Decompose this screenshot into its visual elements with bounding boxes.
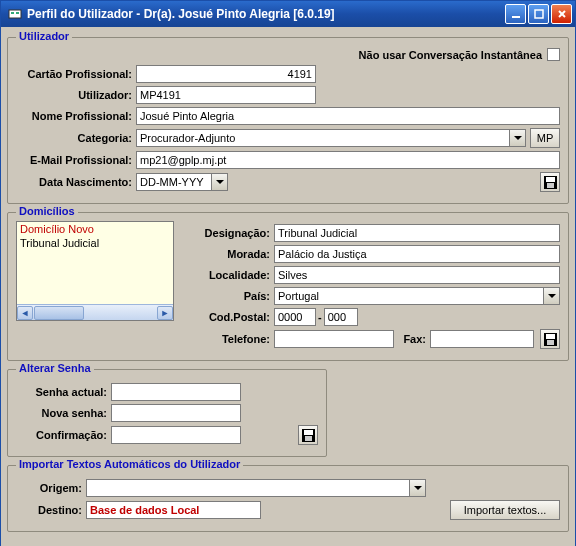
data-nasc-label: Data Nascimento: [16, 176, 136, 188]
localidade-input[interactable]: Silves [274, 266, 560, 284]
svg-rect-3 [512, 16, 520, 18]
group-importar-legend: Importar Textos Automáticos do Utilizado… [16, 458, 243, 470]
scroll-right-icon[interactable]: ► [157, 306, 173, 320]
origem-combo[interactable] [86, 479, 426, 497]
nome-label: Nome Profissional: [16, 110, 136, 122]
pais-combo[interactable]: Portugal [274, 287, 560, 305]
importar-button[interactable]: Importar textos... [450, 500, 560, 520]
instant-msg-label: Não usar Conversação Instantânea [359, 49, 542, 61]
morada-input[interactable]: Palácio da Justiça [274, 245, 560, 263]
chevron-down-icon[interactable] [211, 174, 227, 190]
chevron-down-icon[interactable] [409, 480, 425, 496]
telefone-label: Telefone: [184, 333, 274, 345]
window-titlebar: Perfil do Utilizador - Dr(a). Josué Pint… [1, 1, 575, 27]
group-senha: Alterar Senha Senha actual: Nova senha: … [7, 369, 327, 457]
utilizador-label: Utilizador: [16, 89, 136, 101]
designacao-input[interactable]: Tribunal Judicial [274, 224, 560, 242]
save-domicilio-button[interactable] [540, 329, 560, 349]
utilizador-input[interactable]: MP4191 [136, 86, 316, 104]
list-item[interactable]: Tribunal Judicial [17, 236, 173, 250]
email-label: E-Mail Profissional: [16, 154, 136, 166]
codpostal-label: Cod.Postal: [184, 311, 274, 323]
cartao-label: Cartão Profissional: [16, 68, 136, 80]
group-utilizador: Utilizador Não usar Conversação Instantâ… [7, 37, 569, 204]
svg-rect-1 [11, 12, 14, 14]
destino-value: Base de dados Local [86, 501, 261, 519]
chevron-down-icon[interactable] [509, 130, 525, 146]
fax-input[interactable] [430, 330, 534, 348]
designacao-label: Designação: [184, 227, 274, 239]
localidade-label: Localidade: [184, 269, 274, 281]
app-icon [7, 6, 23, 22]
nova-senha-input[interactable] [111, 404, 241, 422]
close-button[interactable] [551, 4, 572, 24]
save-icon [544, 333, 557, 346]
list-item-new[interactable]: Domicílio Novo [17, 222, 173, 236]
cartao-input[interactable]: 4191 [136, 65, 316, 83]
scroll-left-icon[interactable]: ◄ [17, 306, 33, 320]
instant-msg-checkbox[interactable] [547, 48, 560, 61]
nome-input[interactable]: Josué Pinto Alegria [136, 107, 560, 125]
senha-actual-input[interactable] [111, 383, 241, 401]
save-utilizador-button[interactable] [540, 172, 560, 192]
svg-rect-0 [9, 10, 21, 18]
data-nasc-combo[interactable]: DD-MM-YYY [136, 173, 228, 191]
senha-actual-label: Senha actual: [16, 386, 111, 398]
save-icon [302, 429, 315, 442]
group-domicilios-legend: Domicílios [16, 205, 78, 217]
scroll-thumb[interactable] [34, 306, 84, 320]
svg-rect-2 [16, 12, 19, 14]
codpostal2-input[interactable]: 000 [324, 308, 358, 326]
group-senha-legend: Alterar Senha [16, 362, 94, 374]
nova-senha-label: Nova senha: [16, 407, 111, 419]
group-domicilios: Domicílios Domicílio Novo Tribunal Judic… [7, 212, 569, 361]
categoria-label: Categoria: [16, 132, 136, 144]
domicilios-list[interactable]: Domicílio Novo Tribunal Judicial ◄ ► [16, 221, 174, 321]
origem-label: Origem: [16, 482, 86, 494]
list-hscrollbar[interactable]: ◄ ► [17, 304, 173, 320]
window-title: Perfil do Utilizador - Dr(a). Josué Pint… [27, 7, 505, 21]
codpostal1-input[interactable]: 0000 [274, 308, 316, 326]
confirm-senha-label: Confirmação: [16, 429, 111, 441]
confirm-senha-input[interactable] [111, 426, 241, 444]
telefone-input[interactable] [274, 330, 394, 348]
email-input[interactable]: mp21@gplp.mj.pt [136, 151, 560, 169]
chevron-down-icon[interactable] [543, 288, 559, 304]
destino-label: Destino: [16, 504, 86, 516]
group-utilizador-legend: Utilizador [16, 30, 72, 42]
save-senha-button[interactable] [298, 425, 318, 445]
mp-button[interactable]: MP [530, 128, 560, 148]
save-icon [544, 176, 557, 189]
minimize-button[interactable] [505, 4, 526, 24]
maximize-button[interactable] [528, 4, 549, 24]
categoria-combo[interactable]: Procurador-Adjunto [136, 129, 526, 147]
pais-label: País: [184, 290, 274, 302]
group-importar: Importar Textos Automáticos do Utilizado… [7, 465, 569, 532]
morada-label: Morada: [184, 248, 274, 260]
fax-label: Fax: [394, 333, 430, 345]
svg-rect-4 [535, 10, 543, 18]
